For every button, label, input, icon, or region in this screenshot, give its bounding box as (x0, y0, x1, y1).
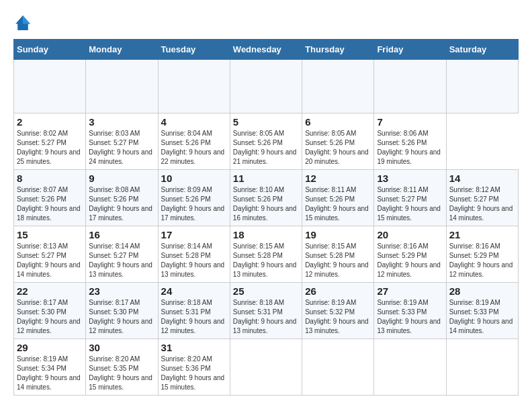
svg-marker-1 (23, 15, 30, 24)
calendar-cell: 22Sunrise: 8:17 AMSunset: 5:30 PMDayligh… (14, 283, 86, 339)
day-info: Sunrise: 8:19 AMSunset: 5:34 PMDaylight:… (17, 355, 83, 392)
day-number: 16 (89, 229, 154, 240)
calendar-table: SundayMondayTuesdayWednesdayThursdayFrid… (13, 39, 519, 396)
calendar-cell: 16Sunrise: 8:14 AMSunset: 5:27 PMDayligh… (86, 226, 158, 283)
calendar-cell: 23Sunrise: 8:17 AMSunset: 5:30 PMDayligh… (86, 283, 158, 339)
calendar-cell (230, 60, 302, 113)
day-number: 25 (233, 285, 299, 297)
calendar-cell: 31Sunrise: 8:20 AMSunset: 5:36 PMDayligh… (158, 339, 230, 396)
calendar-week-row (14, 60, 519, 113)
day-info: Sunrise: 8:17 AMSunset: 5:30 PMDaylight:… (89, 298, 154, 336)
day-info: Sunrise: 8:12 AMSunset: 5:27 PMDaylight:… (449, 185, 515, 223)
day-info: Sunrise: 8:07 AMSunset: 5:26 PMDaylight:… (17, 185, 83, 223)
day-number: 29 (17, 342, 83, 353)
calendar-cell: 24Sunrise: 8:18 AMSunset: 5:31 PMDayligh… (158, 283, 230, 339)
day-number: 18 (233, 229, 299, 240)
day-info: Sunrise: 8:03 AMSunset: 5:27 PMDaylight:… (89, 129, 154, 167)
day-info: Sunrise: 8:13 AMSunset: 5:27 PMDaylight:… (17, 242, 83, 279)
day-info: Sunrise: 8:10 AMSunset: 5:26 PMDaylight:… (233, 185, 299, 223)
day-info: Sunrise: 8:20 AMSunset: 5:35 PMDaylight:… (89, 355, 154, 392)
calendar-week-row: 22Sunrise: 8:17 AMSunset: 5:30 PMDayligh… (14, 283, 519, 339)
logo-icon (13, 13, 32, 32)
day-info: Sunrise: 8:19 AMSunset: 5:33 PMDaylight:… (377, 298, 443, 336)
calendar-cell (230, 339, 302, 396)
day-info: Sunrise: 8:19 AMSunset: 5:32 PMDaylight:… (305, 298, 371, 336)
calendar-cell: 27Sunrise: 8:19 AMSunset: 5:33 PMDayligh… (374, 283, 446, 339)
calendar-cell: 17Sunrise: 8:14 AMSunset: 5:28 PMDayligh… (158, 226, 230, 283)
calendar-cell: 19Sunrise: 8:15 AMSunset: 5:28 PMDayligh… (302, 226, 374, 283)
day-number: 26 (305, 285, 371, 297)
day-info: Sunrise: 8:20 AMSunset: 5:36 PMDaylight:… (161, 355, 227, 392)
calendar-cell: 26Sunrise: 8:19 AMSunset: 5:32 PMDayligh… (302, 283, 374, 339)
calendar-cell (14, 60, 86, 113)
day-number: 12 (305, 173, 371, 184)
day-number: 21 (449, 229, 515, 240)
day-number: 3 (89, 116, 154, 128)
day-info: Sunrise: 8:19 AMSunset: 5:33 PMDaylight:… (449, 298, 515, 336)
calendar-cell: 6Sunrise: 8:05 AMSunset: 5:26 PMDaylight… (302, 113, 374, 170)
calendar-cell: 4Sunrise: 8:04 AMSunset: 5:26 PMDaylight… (158, 113, 230, 170)
day-number: 17 (161, 229, 227, 240)
calendar-week-row: 2Sunrise: 8:02 AMSunset: 5:27 PMDaylight… (14, 113, 519, 170)
calendar-cell: 20Sunrise: 8:16 AMSunset: 5:29 PMDayligh… (374, 226, 446, 283)
day-number: 30 (89, 342, 154, 353)
day-info: Sunrise: 8:16 AMSunset: 5:29 PMDaylight:… (377, 242, 443, 279)
day-number: 24 (161, 285, 227, 297)
calendar-cell: 9Sunrise: 8:08 AMSunset: 5:26 PMDaylight… (86, 170, 158, 226)
day-number: 20 (377, 229, 443, 240)
calendar-cell: 18Sunrise: 8:15 AMSunset: 5:28 PMDayligh… (230, 226, 302, 283)
day-number: 13 (377, 173, 443, 184)
calendar-cell: 21Sunrise: 8:16 AMSunset: 5:29 PMDayligh… (446, 226, 518, 283)
calendar-week-row: 15Sunrise: 8:13 AMSunset: 5:27 PMDayligh… (14, 226, 519, 283)
day-number: 31 (161, 342, 227, 353)
calendar-cell (446, 60, 518, 113)
calendar-cell: 14Sunrise: 8:12 AMSunset: 5:27 PMDayligh… (446, 170, 518, 226)
calendar-week-row: 29Sunrise: 8:19 AMSunset: 5:34 PMDayligh… (14, 339, 519, 396)
calendar-cell (158, 60, 230, 113)
day-info: Sunrise: 8:18 AMSunset: 5:31 PMDaylight:… (161, 298, 227, 336)
day-number: 19 (305, 229, 371, 240)
calendar-cell: 29Sunrise: 8:19 AMSunset: 5:34 PMDayligh… (14, 339, 86, 396)
day-info: Sunrise: 8:08 AMSunset: 5:26 PMDaylight:… (89, 185, 154, 223)
day-info: Sunrise: 8:14 AMSunset: 5:27 PMDaylight:… (89, 242, 154, 279)
day-number: 9 (89, 173, 154, 184)
day-number: 8 (17, 173, 83, 184)
day-info: Sunrise: 8:15 AMSunset: 5:28 PMDaylight:… (233, 242, 299, 279)
calendar-cell: 25Sunrise: 8:18 AMSunset: 5:31 PMDayligh… (230, 283, 302, 339)
day-number: 5 (233, 116, 299, 128)
day-info: Sunrise: 8:11 AMSunset: 5:26 PMDaylight:… (305, 185, 371, 223)
day-number: 7 (377, 116, 443, 128)
calendar-cell (374, 60, 446, 113)
day-info: Sunrise: 8:02 AMSunset: 5:27 PMDaylight:… (17, 129, 83, 167)
calendar-cell (302, 60, 374, 113)
day-number: 28 (449, 285, 515, 297)
day-number: 15 (17, 229, 83, 240)
calendar-cell (86, 60, 158, 113)
calendar-cell: 3Sunrise: 8:03 AMSunset: 5:27 PMDaylight… (86, 113, 158, 170)
logo (13, 13, 36, 32)
header-friday: Friday (374, 40, 446, 60)
day-number: 6 (305, 116, 371, 128)
calendar-cell: 13Sunrise: 8:11 AMSunset: 5:27 PMDayligh… (374, 170, 446, 226)
header-tuesday: Tuesday (158, 40, 230, 60)
calendar-cell: 7Sunrise: 8:06 AMSunset: 5:26 PMDaylight… (374, 113, 446, 170)
day-number: 11 (233, 173, 299, 184)
day-number: 14 (449, 173, 515, 184)
day-info: Sunrise: 8:09 AMSunset: 5:26 PMDaylight:… (161, 185, 227, 223)
day-info: Sunrise: 8:05 AMSunset: 5:26 PMDaylight:… (233, 129, 299, 167)
calendar-cell: 28Sunrise: 8:19 AMSunset: 5:33 PMDayligh… (446, 283, 518, 339)
calendar-cell (302, 339, 374, 396)
day-info: Sunrise: 8:11 AMSunset: 5:27 PMDaylight:… (377, 185, 443, 223)
day-info: Sunrise: 8:05 AMSunset: 5:26 PMDaylight:… (305, 129, 371, 167)
day-info: Sunrise: 8:17 AMSunset: 5:30 PMDaylight:… (17, 298, 83, 336)
day-number: 23 (89, 285, 154, 297)
header-wednesday: Wednesday (230, 40, 302, 60)
calendar-week-row: 8Sunrise: 8:07 AMSunset: 5:26 PMDaylight… (14, 170, 519, 226)
header-saturday: Saturday (446, 40, 518, 60)
calendar-cell: 10Sunrise: 8:09 AMSunset: 5:26 PMDayligh… (158, 170, 230, 226)
calendar-cell: 11Sunrise: 8:10 AMSunset: 5:26 PMDayligh… (230, 170, 302, 226)
calendar-cell: 30Sunrise: 8:20 AMSunset: 5:35 PMDayligh… (86, 339, 158, 396)
day-info: Sunrise: 8:14 AMSunset: 5:28 PMDaylight:… (161, 242, 227, 279)
calendar-cell: 15Sunrise: 8:13 AMSunset: 5:27 PMDayligh… (14, 226, 86, 283)
day-info: Sunrise: 8:06 AMSunset: 5:26 PMDaylight:… (377, 129, 443, 167)
